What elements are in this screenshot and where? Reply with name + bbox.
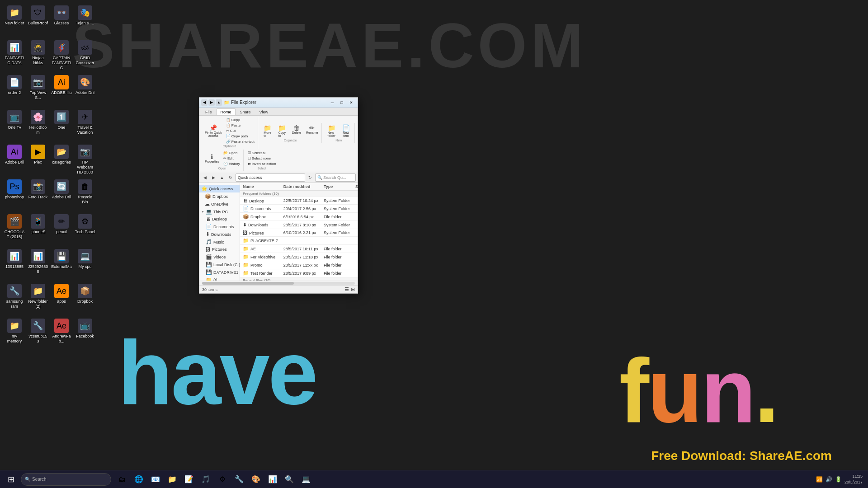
address-path[interactable]: Quick access (236, 174, 305, 182)
copy-button[interactable]: 📋 Copy (225, 117, 256, 122)
rename-button[interactable]: ✏Rename (304, 124, 320, 138)
taskbar-app-3[interactable]: 📁 (164, 471, 180, 488)
close-button[interactable]: ✕ (347, 99, 356, 106)
nav-item-onedrive[interactable]: ☁ OneDrive (199, 200, 240, 208)
taskbar-app-2[interactable]: 📧 (147, 471, 164, 488)
col-name[interactable]: Name (240, 183, 281, 191)
desktop-icon-31[interactable]: 💻My cpu (74, 247, 96, 281)
table-row-downloads[interactable]: ⬇Downloads 28/5/2017 8:10 px System Fold… (240, 221, 358, 229)
start-button[interactable]: ⊞ (2, 471, 20, 488)
taskbar-app-7[interactable]: 🔧 (231, 471, 247, 488)
paste-button[interactable]: 📋 Paste (225, 123, 256, 128)
copy-path-button[interactable]: 📄 Copy path (225, 134, 256, 139)
taskbar-app-0[interactable]: 🗂 (114, 471, 130, 488)
desktop-icon-14[interactable]: 1️⃣One (51, 108, 72, 142)
desktop-icon-17[interactable]: ▶Plex (27, 143, 49, 177)
nav-item-t1[interactable]: 📁 (t) (199, 276, 240, 281)
nav-item-dropbox[interactable]: 📦 Dropbox (199, 192, 240, 200)
ribbon-tab-file[interactable]: File (201, 108, 216, 115)
table-row-documents[interactable]: 📄Documents 20/4/2017 2:56 px System Fold… (240, 205, 358, 213)
history-button[interactable]: 🕐 History (222, 161, 241, 166)
desktop-icon-4[interactable]: 📊FANTASTIC DATA (4, 38, 25, 72)
ribbon-tab-share[interactable]: Share (236, 108, 255, 115)
desktop-icon-30[interactable]: 💾ExternalMa (51, 247, 72, 281)
col-date[interactable]: Date modified (281, 183, 321, 191)
maximize-button[interactable]: □ (337, 99, 346, 106)
properties-button[interactable]: ℹProperties (203, 153, 221, 164)
taskbar-app-5[interactable]: 🎵 (198, 471, 214, 488)
desktop-icon-0[interactable]: 📁New folder (4, 4, 25, 38)
refresh-button[interactable]: ↻ (227, 174, 234, 181)
minimize-button[interactable]: ─ (328, 99, 337, 106)
desktop-icon-3[interactable]: 🎭Tojan & ... (74, 4, 96, 38)
taskbar-app-8[interactable]: 🎨 (248, 471, 264, 488)
desktop-icon-5[interactable]: 🥷Ninjaa Nikks (27, 38, 49, 72)
cut-button[interactable]: ✂ Cut (225, 128, 256, 133)
new-item-button[interactable]: 📄Newitem (339, 124, 353, 138)
desktop-icon-33[interactable]: 📁New folder (2) (27, 282, 49, 316)
ribbon-tab-home[interactable]: Home (217, 108, 236, 115)
forward-button[interactable]: ▶ (210, 174, 217, 181)
pin-to-quickaccess-button[interactable]: 📌 Pin to Quickaccess (203, 124, 224, 138)
desktop-icon-15[interactable]: ✈Travel & Vacation (74, 108, 96, 142)
select-all-button[interactable]: ☑ Select all (246, 150, 278, 155)
desktop-icon-1[interactable]: 🛡BulletProof (27, 4, 49, 38)
moveto-button[interactable]: 📁Moveto (261, 124, 274, 138)
desktop-icon-38[interactable]: AeAndrewFab... (51, 317, 72, 351)
table-row-desktop[interactable]: 🖥Desktop 22/5/2017 10:24 px System Folde… (240, 197, 358, 205)
nav-item-pictures[interactable]: 🖼 Pictures (199, 246, 240, 253)
open-button[interactable]: 📂 Open (222, 150, 241, 155)
desktop-icon-11[interactable]: 🎨Adobe Dril (74, 73, 96, 107)
desktop-icon-13[interactable]: 🌸HelioBloom (27, 108, 49, 142)
desktop-icon-34[interactable]: Aeapps (51, 282, 72, 316)
desktop-icon-25[interactable]: 📱iphoneS (27, 212, 49, 246)
desktop-icon-23[interactable]: 🗑Recycle Bin (74, 178, 96, 211)
desktop-icon-29[interactable]: 📊J352926808 (27, 247, 49, 281)
nav-item-music[interactable]: 🎵 Music (199, 238, 240, 246)
taskbar-search[interactable]: 🔍 Search (21, 473, 111, 486)
desktop-icon-2[interactable]: 👓Glasses (51, 4, 72, 38)
nav-item-downloads[interactable]: ⬇ Downloads (199, 230, 240, 238)
table-row-testrender[interactable]: 📁Test Render 28/5/2017 9:89 px File fold… (240, 269, 358, 277)
desktop-icon-18[interactable]: 📂categories (51, 143, 72, 177)
desktop-icon-28[interactable]: 📊13913885 (4, 247, 25, 281)
desktop-icon-37[interactable]: 🔧vcsetup153 (27, 317, 49, 351)
ribbon-tab-view[interactable]: View (255, 108, 272, 115)
invert-selection-button[interactable]: ⇄ Invert selection (246, 161, 278, 166)
table-row-placreate[interactable]: 📁PLACREATE-7 (240, 237, 358, 245)
paste-shortcut-button[interactable]: 🔗 Paste shortcut (225, 139, 256, 144)
desktop-icon-20[interactable]: Psphotoshop (4, 178, 25, 211)
desktop-icon-36[interactable]: 📁my memory (4, 317, 25, 351)
taskbar-time[interactable]: 11:25 28/3/2017 (844, 474, 863, 485)
desktop-icon-16[interactable]: AiAdobe Dril (4, 143, 25, 177)
back-button[interactable]: ◀ (201, 174, 208, 181)
nav-item-localc[interactable]: 💾 Local Disk (C:) (199, 261, 240, 268)
desktop-icon-12[interactable]: 📺One Tv (4, 108, 25, 142)
table-row-dropbox[interactable]: 📦Dropbox 6/1/2016 6:54 px File folder (240, 213, 358, 221)
taskbar-app-1[interactable]: 🌐 (131, 471, 147, 488)
table-row-promo[interactable]: 📁Promo 28/5/2017 11:xx px File folder (240, 261, 358, 269)
nav-item-datadrive[interactable]: 💾 DATADRIVE1 (D:) (199, 268, 240, 276)
desktop-icon-8[interactable]: 📄order 2 (4, 73, 25, 107)
col-type[interactable]: Type (321, 183, 353, 191)
desktop-icon-19[interactable]: 📷HP Webcam HD 2300 (74, 143, 96, 177)
desktop-icon-39[interactable]: 📺Facebook (74, 317, 96, 351)
nav-item-documents[interactable]: 📄 Documents (199, 223, 240, 230)
desktop-icon-27[interactable]: ⚙Tech Panel (74, 212, 96, 246)
edit-button[interactable]: ✏ Edit (222, 156, 241, 161)
search-box[interactable]: 🔍 Search Qu... (315, 174, 356, 182)
desktop-icon-10[interactable]: AiADOBE Illu (51, 73, 72, 107)
table-row-pictures[interactable]: 🖼Pictures 6/10/2016 2:21 px System Folde… (240, 229, 358, 237)
new-folder-button[interactable]: 📁Newfolder (325, 124, 338, 138)
taskbar-app-6[interactable]: ⚙ (214, 471, 231, 488)
delete-button[interactable]: 🗑Delete (290, 124, 303, 138)
desktop-icon-24[interactable]: 🎬CHOCOLAT (2015) (4, 212, 25, 246)
horizontal-scrollbar[interactable] (199, 281, 358, 285)
col-size[interactable]: Size (353, 183, 358, 191)
taskbar-app-10[interactable]: 🔍 (281, 471, 297, 488)
view-large-button[interactable]: ⊞ (351, 286, 355, 292)
nav-item-videos[interactable]: 🎬 Videos (199, 253, 240, 261)
taskbar-app-9[interactable]: 📊 (264, 471, 281, 488)
nav-item-thispc[interactable]: ▼ 💻 This PC (199, 208, 240, 216)
desktop-icon-26[interactable]: ✏pencil (51, 212, 72, 246)
